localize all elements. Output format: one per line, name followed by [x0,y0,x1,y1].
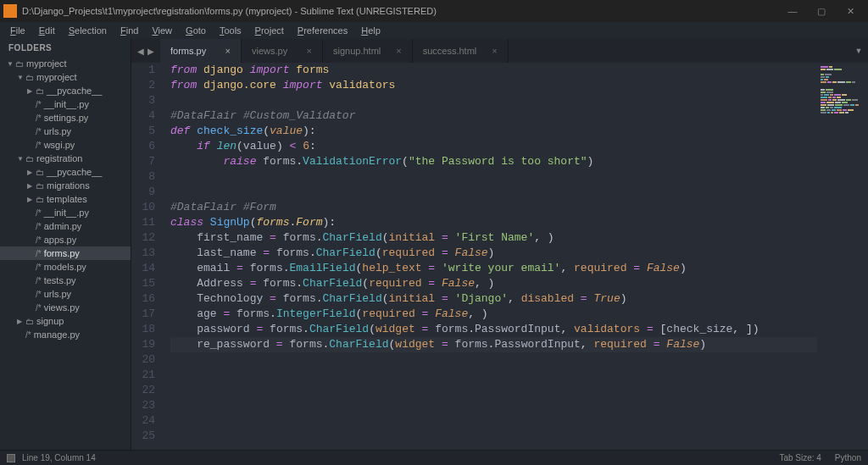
code-line[interactable]: last_name = forms.CharField(required = F… [170,246,868,261]
code-line[interactable] [170,413,868,429]
folder-tree: ▼🗀myproject▼🗀myproject▶🗀__pycache__/*__i… [0,57,131,450]
code-line[interactable]: password = forms.CharField(widget = form… [170,322,868,337]
code-editor[interactable]: from django import formsfrom django.core… [165,63,868,450]
line-number: 2 [131,78,155,93]
file-settings-py[interactable]: /*settings.py [0,111,131,125]
tab-signup-html[interactable]: signup.html× [323,39,413,63]
menu-tools[interactable]: Tools [213,24,248,37]
code-line[interactable]: first_name = forms.CharField(initial = '… [170,230,868,246]
tree-item-label: __init__.py [44,99,89,109]
line-number: 20 [131,352,155,368]
menu-help[interactable]: Help [354,24,387,37]
file-wsgi-py[interactable]: /*wsgi.py [0,138,131,152]
folder-icon: 🗀 [36,86,44,96]
tab-forms-py[interactable]: forms.py× [160,39,242,63]
folder-migrations[interactable]: ▶🗀migrations [0,179,131,192]
menu-edit[interactable]: Edit [32,24,62,37]
code-line[interactable] [170,169,868,185]
menu-file[interactable]: File [3,24,32,37]
folder-icon: 🗀 [36,181,44,191]
code-line[interactable]: if len(value) < 6: [170,139,868,154]
code-line[interactable]: from django import forms [170,63,868,78]
menu-project[interactable]: Project [248,24,291,37]
code-line[interactable]: def check_size(value): [170,124,868,139]
folder-signup[interactable]: ▶🗀signup [0,314,131,328]
code-line[interactable] [170,429,868,444]
tab-label: views.py [252,46,287,56]
file-icon: /* [36,235,42,245]
folder-myproject[interactable]: ▼🗀myproject [0,57,131,70]
menu-find[interactable]: Find [114,24,145,37]
line-number: 6 [131,139,155,154]
code-line[interactable]: raise forms.ValidationError("the Passwor… [170,154,868,169]
menu-preferences[interactable]: Preferences [291,24,354,37]
tab-views-py[interactable]: views.py× [242,39,323,63]
code-line[interactable]: class SignUp(forms.Form): [170,215,868,230]
code-line[interactable] [170,93,868,108]
close-icon[interactable]: × [492,46,497,56]
menu-view[interactable]: View [145,24,179,37]
cursor-position[interactable]: Line 19, Column 14 [22,453,96,462]
file-views-py[interactable]: /*views.py [0,301,131,314]
file-apps-py[interactable]: /*apps.py [0,233,131,246]
code-line[interactable] [170,383,868,398]
close-icon[interactable]: × [307,46,312,56]
code-line[interactable]: Address = forms.CharField(required = Fal… [170,276,868,291]
line-number: 7 [131,154,155,169]
code-line[interactable] [170,368,868,383]
file-admin-py[interactable]: /*admin.py [0,219,131,233]
line-number: 21 [131,368,155,383]
file-urls-py[interactable]: /*urls.py [0,125,131,138]
tree-item-label: __pycache__ [47,167,102,177]
file-__init__-py[interactable]: /*__init__.py [0,97,131,111]
tab-menu-icon[interactable]: ▼ [849,47,868,55]
file-icon: /* [36,249,42,258]
minimize-button[interactable]: — [778,2,807,20]
code-line[interactable]: email = forms.EmailField(help_text = 'wr… [170,261,868,276]
tab-success-html[interactable]: success.html× [413,39,509,63]
code-line[interactable] [170,352,868,368]
file-forms-py[interactable]: /*forms.py [0,246,131,260]
tree-item-label: apps.py [44,235,77,245]
tab-bar: forms.py×views.py×signup.html×success.ht… [160,39,849,63]
line-number: 10 [131,200,155,215]
folder-myproject[interactable]: ▼🗀myproject [0,70,131,84]
code-line[interactable]: #DataFlair #Custom_Validator [170,108,868,124]
folder-__pycache__[interactable]: ▶🗀__pycache__ [0,165,131,179]
tab-next-icon[interactable]: ▶ [147,47,155,56]
line-number: 1 [131,63,155,78]
minimap[interactable] [817,63,868,450]
menu-selection[interactable]: Selection [62,24,114,37]
file-models-py[interactable]: /*models.py [0,260,131,274]
titlebar: D:\Django_Projects\t1\myproject\registra… [0,0,868,22]
file-__init__-py[interactable]: /*__init__.py [0,206,131,219]
code-line[interactable] [170,398,868,413]
tree-item-label: manage.py [34,329,80,340]
chevron-right-icon: ▶ [27,169,36,176]
code-line[interactable]: age = forms.IntegerField(required = Fals… [170,307,868,322]
maximize-button[interactable]: ▢ [807,2,836,20]
code-line[interactable]: Technology = forms.CharField(initial = '… [170,291,868,307]
file-icon: /* [36,276,42,285]
tree-item-label: urls.py [44,289,71,299]
code-line[interactable] [170,185,868,200]
file-tests-py[interactable]: /*tests.py [0,274,131,287]
folder-__pycache__[interactable]: ▶🗀__pycache__ [0,84,131,97]
close-icon[interactable]: × [396,46,401,56]
menu-goto[interactable]: Goto [179,24,213,37]
code-line[interactable]: re_password = forms.CharField(widget = f… [170,337,868,352]
tab-prev-icon[interactable]: ◀ [136,47,145,56]
file-manage-py[interactable]: /*manage.py [0,328,131,341]
folder-icon: 🗀 [15,59,24,69]
folder-templates[interactable]: ▶🗀templates [0,192,131,206]
folder-registration[interactable]: ▼🗀registration [0,152,131,165]
close-icon[interactable]: × [225,46,231,56]
language-indicator[interactable]: Python [835,453,861,462]
folder-icon: 🗀 [25,73,34,82]
file-urls-py[interactable]: /*urls.py [0,287,131,301]
tab-size-indicator[interactable]: Tab Size: 4 [779,453,821,462]
code-line[interactable]: from django.core import validators [170,78,868,93]
status-panel-icon[interactable] [7,454,15,462]
close-button[interactable]: ✕ [836,2,865,20]
code-line[interactable]: #DataFlair #Form [170,200,868,215]
